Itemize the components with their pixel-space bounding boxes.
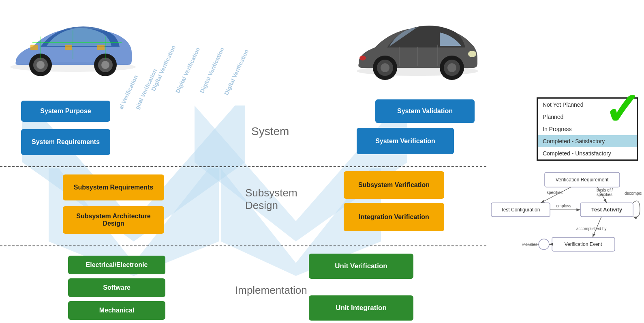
system-requirements-box[interactable]: System Requirements (21, 129, 110, 155)
subsystem-architecture-design-box[interactable]: Subsystem Architecture Design (63, 206, 164, 234)
verification-diagram: Verification Requirement Test Configurat… (484, 170, 638, 260)
svg-text:specifies: specifies (547, 190, 563, 195)
svg-text:decomposed by: decomposed by (625, 191, 642, 196)
svg-text:Verification Requirement: Verification Requirement (556, 177, 609, 183)
checkmark-icon: ✓ (603, 87, 641, 132)
unit-verification-box[interactable]: Unit Verification (309, 254, 413, 279)
divider-subsystem-impl (0, 245, 486, 246)
integration-verification-box[interactable]: Integration Verification (344, 203, 444, 231)
svg-text:employs: employs (556, 204, 571, 208)
system-purpose-box[interactable]: System Purpose (21, 101, 110, 122)
section-label-system: System (251, 125, 289, 138)
svg-point-38 (539, 239, 549, 250)
svg-text:Verification Event: Verification Event (565, 241, 602, 247)
svg-line-39 (541, 187, 571, 203)
status-completed-satisfactory[interactable]: Completed - Satisfactory (538, 135, 637, 147)
subsystem-requirements-box[interactable]: Subsystem Requirements (63, 174, 164, 200)
svg-text:accomplished by: accomplished by (576, 226, 606, 231)
section-label-subsystem: Subsystem Design (245, 187, 297, 212)
divider-system-subsystem (0, 166, 486, 167)
system-validation-box[interactable]: System Validation (375, 99, 475, 123)
status-completed-unsatisfactory[interactable]: Completed - Unsatisfactory (538, 147, 637, 159)
svg-text:specifies: specifies (597, 192, 612, 197)
mechanical-box[interactable]: Mechanical (68, 301, 165, 320)
system-verification-box[interactable]: System Verification (357, 128, 454, 154)
svg-text:Test Activity: Test Activity (591, 207, 623, 213)
section-label-implementation: Implementation (235, 284, 307, 297)
svg-text:Test Configuration: Test Configuration (501, 207, 540, 213)
electrical-electronic-box[interactable]: Electrical/Electronic (68, 256, 165, 274)
software-box[interactable]: Software (68, 278, 165, 297)
unit-integration-box[interactable]: Unit Integration (309, 295, 413, 321)
subsystem-verification-box[interactable]: Subsystem Verification (344, 171, 444, 199)
svg-text:basis of /: basis of / (597, 188, 613, 192)
